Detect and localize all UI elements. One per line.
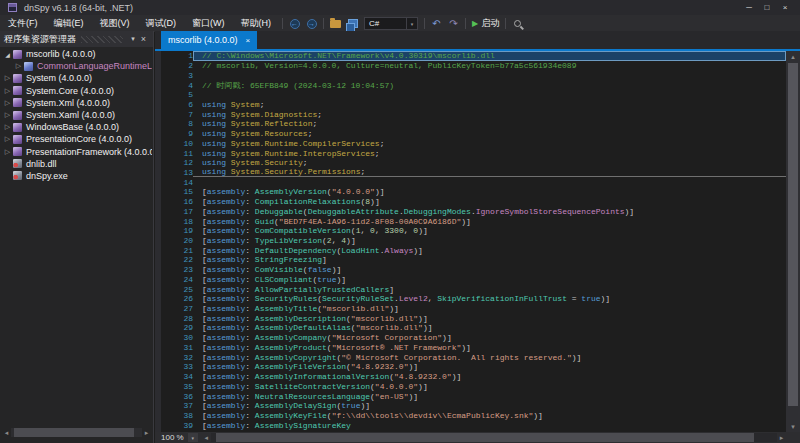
redo-button[interactable]: ↷ <box>445 16 462 31</box>
panel-close-icon[interactable]: × <box>138 34 149 44</box>
line-number: 26 <box>161 294 193 303</box>
code-line: 36[assembly: NeutralResourcesLanguage("e… <box>155 391 786 401</box>
code-line: 30[assembly: AssemblyCompany("Microsoft … <box>155 333 786 343</box>
menu-item-2[interactable]: 视图(V) <box>92 15 138 32</box>
language-value: C# <box>365 19 406 28</box>
language-selector[interactable]: C# ▾ <box>364 17 418 30</box>
search-button[interactable] <box>509 16 526 31</box>
scroll-left-icon[interactable]: ◂ <box>2 429 11 437</box>
line-number: 35 <box>161 382 193 391</box>
zoom-level[interactable]: 100 % <box>155 433 188 442</box>
scrollbar-thumb[interactable] <box>788 63 798 406</box>
sidebar-horizontal-scrollbar[interactable]: ◂ ▸ <box>2 427 151 438</box>
scroll-right-icon[interactable]: ▸ <box>142 429 151 437</box>
editor-vertical-scrollbar[interactable]: ▴ ▾ <box>786 51 800 432</box>
tree-item[interactable]: ▷System (4.0.0.0) <box>0 72 152 84</box>
tree-item-label: System.Xaml (4.0.0.0) <box>26 110 115 120</box>
assembly-icon <box>13 135 22 144</box>
line-content: // C:\Windows\Microsoft.NET\Framework\v4… <box>193 51 786 61</box>
minimize-button[interactable]: ─ <box>740 1 758 14</box>
tree-item[interactable]: ▷System.Core (4.0.0.0) <box>0 85 152 97</box>
code-line: 26[assembly: SecurityRules(SecurityRuleS… <box>155 294 786 304</box>
open-file-button[interactable] <box>327 16 344 31</box>
code-line: 25[assembly: AllowPartiallyTrustedCaller… <box>155 284 786 294</box>
scrollbar-track[interactable] <box>11 428 142 437</box>
expander-collapsed-icon[interactable]: ▷ <box>3 111 12 119</box>
tree-item[interactable]: ▷PresentationFramework (4.0.0.0) <box>0 146 152 158</box>
code-line: 39[assembly: AssemblySignatureKey <box>155 420 786 430</box>
line-content: [assembly: SecurityRules(SecurityRuleSet… <box>193 294 786 304</box>
expander-collapsed-icon[interactable]: ▷ <box>14 62 23 70</box>
line-number: 28 <box>161 314 193 323</box>
menu-item-5[interactable]: 帮助(H) <box>233 15 280 32</box>
expander-collapsed-icon[interactable]: ▷ <box>3 74 12 82</box>
tree-item[interactable]: dnSpy.exe <box>0 170 152 182</box>
expander-collapsed-icon[interactable]: ▷ <box>3 87 12 95</box>
line-number: 7 <box>161 110 193 119</box>
expander-expanded-icon[interactable]: ◢ <box>3 51 12 58</box>
line-number: 6 <box>161 100 193 109</box>
tab-mscorlib[interactable]: mscorlib (4.0.0.0) × <box>161 31 257 49</box>
tree-item[interactable]: ▷System.Xaml (4.0.0.0) <box>0 109 152 121</box>
chevron-down-icon[interactable]: ▾ <box>406 18 417 29</box>
separator <box>282 18 283 29</box>
panel-drag-texture[interactable] <box>81 36 123 43</box>
undo-icon: ↶ <box>432 18 440 29</box>
assembly-icon <box>13 98 22 107</box>
line-content: [assembly: AssemblyDescription("mscorlib… <box>193 313 786 323</box>
menu-item-1[interactable]: 编辑(E) <box>46 15 92 32</box>
scroll-down-icon[interactable]: ▾ <box>786 421 800 432</box>
tree-item[interactable]: ◢mscorlib (4.0.0.0) <box>0 48 152 60</box>
netfile-icon <box>13 159 22 168</box>
start-debug-button[interactable]: ▶ 启动 <box>469 16 502 31</box>
expander-collapsed-icon[interactable]: ▷ <box>3 99 12 107</box>
line-content: using System.Resources; <box>193 129 786 139</box>
line-content: [assembly: Guid("BED7F4EA-1A96-11d2-8F08… <box>193 216 786 226</box>
scrollbar-thumb[interactable] <box>14 428 135 437</box>
maximize-button[interactable]: □ <box>758 1 776 14</box>
undo-button[interactable]: ↶ <box>428 16 445 31</box>
expander-collapsed-icon[interactable]: ▷ <box>3 135 12 143</box>
app-icon <box>8 3 17 12</box>
code-editor[interactable]: 1// C:\Windows\Microsoft.NET\Framework\v… <box>155 51 786 432</box>
panel-title: 程序集资源管理器 <box>4 33 76 46</box>
line-content <box>193 177 786 187</box>
line-content: [assembly: DefaultDependency(LoadHint.Al… <box>193 245 786 255</box>
save-all-button[interactable] <box>344 16 361 31</box>
line-content: [assembly: CLSCompliant(true)] <box>193 275 786 285</box>
tree-item[interactable]: dnlib.dll <box>0 158 152 170</box>
line-number: 34 <box>161 372 193 381</box>
editor-horizontal-scrollbar[interactable] <box>211 433 777 442</box>
scroll-right-icon[interactable]: ▸ <box>777 434 786 442</box>
tree-item[interactable]: ▷PresentationCore (4.0.0.0) <box>0 133 152 145</box>
tab-close-icon[interactable]: × <box>246 36 251 45</box>
tree-item-label: System.Core (4.0.0.0) <box>26 86 114 96</box>
navigate-forward-button[interactable]: → <box>303 16 320 31</box>
tree-item[interactable]: ▷System.Xml (4.0.0.0) <box>0 97 152 109</box>
code-line: 1// C:\Windows\Microsoft.NET\Framework\v… <box>155 51 786 61</box>
line-number: 33 <box>161 362 193 371</box>
panel-menu-icon[interactable]: ▾ <box>128 35 138 43</box>
line-number: 38 <box>161 411 193 420</box>
menu-bar: 文件(F)编辑(E)视图(V)调试(D)窗口(W)帮助(H) <box>0 15 279 32</box>
line-number: 11 <box>161 149 193 158</box>
scrollbar-thumb[interactable] <box>216 433 754 442</box>
scroll-up-icon[interactable]: ▴ <box>786 51 800 62</box>
code-line: 32[assembly: AssemblyCopyright("© Micros… <box>155 352 786 362</box>
navigate-back-button[interactable]: ← <box>286 16 303 31</box>
tree-item[interactable]: ▷WindowsBase (4.0.0.0) <box>0 121 152 133</box>
line-content: [assembly: NeutralResourcesLanguage("en-… <box>193 391 786 401</box>
assembly-tree: ◢mscorlib (4.0.0.0)▷CommonLanguageRuntim… <box>0 48 152 424</box>
menu-item-0[interactable]: 文件(F) <box>0 15 46 32</box>
code-line: 14 <box>155 177 786 187</box>
close-button[interactable]: × <box>776 1 794 14</box>
line-number: 3 <box>161 71 193 80</box>
menu-item-3[interactable]: 调试(D) <box>138 15 185 32</box>
menu-item-4[interactable]: 窗口(W) <box>184 15 233 32</box>
scroll-left-icon[interactable]: ◂ <box>202 434 211 442</box>
expander-collapsed-icon[interactable]: ▷ <box>3 123 12 131</box>
expander-collapsed-icon[interactable]: ▷ <box>3 148 12 156</box>
zoom-dropdown-icon[interactable]: ▾ <box>188 433 198 442</box>
menu-toolbar: 文件(F)编辑(E)视图(V)调试(D)窗口(W)帮助(H) ← → C# ▾ … <box>0 15 800 32</box>
tree-item[interactable]: ▷CommonLanguageRuntimeLibrary <box>0 60 152 72</box>
